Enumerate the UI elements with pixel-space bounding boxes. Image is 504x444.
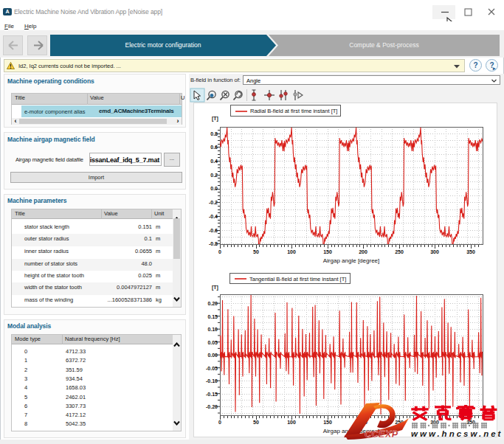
svg-text:-0.10: -0.10 <box>206 378 218 384</box>
svg-text:0: 0 <box>218 249 221 254</box>
svg-text:0: 0 <box>218 420 221 425</box>
svg-text:200: 200 <box>359 249 367 254</box>
svg-text:CCEXP: CCEXP <box>365 429 398 440</box>
svg-text:50: 50 <box>253 420 259 425</box>
svg-text:0.2: 0.2 <box>210 173 218 178</box>
svg-text:0.00: 0.00 <box>207 353 218 358</box>
svg-text:150: 150 <box>323 420 332 425</box>
svg-text:100: 100 <box>287 420 296 425</box>
svg-text:-0.20: -0.20 <box>206 404 218 409</box>
svg-text:-0.2: -0.2 <box>209 200 218 205</box>
svg-text:300: 300 <box>430 249 439 254</box>
svg-text:Airgap angle [degree]: Airgap angle [degree] <box>323 257 380 264</box>
svg-text:50: 50 <box>253 249 259 254</box>
svg-text:www.hncsw.net: www.hncsw.net <box>411 429 503 438</box>
svg-text:0.15: 0.15 <box>207 314 218 319</box>
svg-text:-0.4: -0.4 <box>209 214 218 219</box>
svg-text:0.8: 0.8 <box>210 131 218 136</box>
svg-text:150: 150 <box>323 249 332 254</box>
svg-text:0.20: 0.20 <box>207 301 218 306</box>
svg-text:100: 100 <box>287 249 296 254</box>
svg-text:0.4: 0.4 <box>210 159 218 164</box>
svg-text:-0.05: -0.05 <box>206 366 218 371</box>
svg-text:0.05: 0.05 <box>207 340 218 345</box>
svg-text:0.6: 0.6 <box>210 145 218 150</box>
svg-text:-0.6: -0.6 <box>209 228 218 233</box>
svg-text:250: 250 <box>395 249 404 254</box>
svg-text:0.0: 0.0 <box>210 186 218 191</box>
svg-text:0.10: 0.10 <box>207 327 218 332</box>
svg-text:[T]: [T] <box>212 116 218 122</box>
svg-text:[T]: [T] <box>212 285 218 291</box>
svg-text:350: 350 <box>466 249 475 254</box>
svg-text:-0.15: -0.15 <box>206 392 218 397</box>
svg-text:-0.8: -0.8 <box>209 241 218 246</box>
